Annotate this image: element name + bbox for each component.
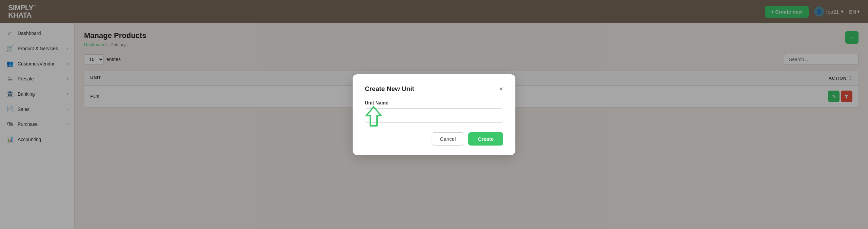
cancel-button[interactable]: Cancel <box>432 132 465 146</box>
modal-header: Create New Unit × <box>365 85 503 93</box>
modal-title: Create New Unit <box>365 85 414 93</box>
svg-marker-0 <box>366 107 381 126</box>
create-button[interactable]: Create <box>468 132 503 146</box>
modal: Create New Unit × Unit Name Cancel Creat… <box>353 74 515 155</box>
arrow-up-icon <box>365 106 382 128</box>
unit-name-label: Unit Name <box>365 100 503 106</box>
modal-overlay: Create New Unit × Unit Name Cancel Creat… <box>0 0 868 229</box>
unit-name-input[interactable] <box>365 108 503 123</box>
modal-close-button[interactable]: × <box>499 85 503 92</box>
modal-footer: Cancel Create <box>365 132 503 146</box>
